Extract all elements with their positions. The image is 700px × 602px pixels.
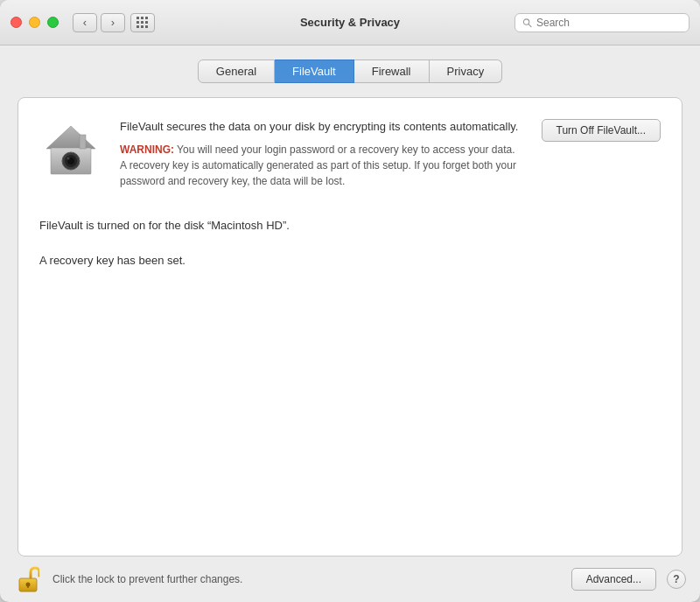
search-icon: [522, 18, 532, 28]
tab-general[interactable]: General: [198, 60, 275, 83]
tab-firewall[interactable]: Firewall: [354, 60, 430, 83]
tabs-bar: General FileVault Firewall Privacy: [18, 60, 682, 83]
forward-icon: ›: [111, 16, 115, 29]
svg-point-7: [67, 158, 70, 160]
minimize-button[interactable]: [29, 17, 40, 28]
maximize-button[interactable]: [47, 17, 59, 28]
back-button[interactable]: ‹: [73, 13, 97, 32]
search-box[interactable]: [514, 13, 690, 32]
lock-message: Click the lock to prevent further change…: [52, 573, 561, 585]
tab-filevault[interactable]: FileVault: [275, 60, 354, 83]
lock-icon: [17, 565, 39, 593]
bottombar: Click the lock to prevent further change…: [0, 556, 700, 602]
grid-icon: [136, 17, 149, 29]
grid-button[interactable]: [130, 13, 155, 32]
warning-body: You will need your login password or a r…: [120, 144, 516, 187]
content-area: General FileVault Firewall Privacy: [0, 46, 700, 556]
advanced-button[interactable]: Advanced...: [571, 568, 656, 591]
filevault-icon: [39, 119, 102, 182]
lock-button[interactable]: [14, 564, 42, 595]
main-window: ‹ › Security & Privacy General: [0, 0, 700, 602]
svg-point-0: [523, 18, 528, 24]
help-button[interactable]: ?: [667, 570, 686, 589]
back-icon: ‹: [83, 16, 87, 29]
top-section: FileVault secures the data on your disk …: [39, 119, 661, 189]
search-input[interactable]: [536, 17, 682, 29]
titlebar: ‹ › Security & Privacy: [0, 0, 700, 46]
traffic-lights: [10, 17, 59, 28]
recovery-key-text: A recovery key has been set.: [39, 252, 661, 270]
filevault-status-text: FileVault is turned on for the disk “Mac…: [39, 217, 661, 234]
description-text: FileVault secures the data on your disk …: [120, 119, 524, 135]
close-button[interactable]: [10, 17, 22, 28]
svg-marker-2: [46, 126, 95, 149]
nav-buttons: ‹ ›: [73, 13, 125, 32]
forward-button[interactable]: ›: [101, 13, 125, 32]
svg-rect-8: [80, 135, 86, 149]
svg-rect-11: [27, 584, 29, 588]
warning-text: WARNING: You will need your login passwo…: [120, 142, 524, 189]
warning-label: WARNING:: [120, 144, 174, 156]
turn-off-button[interactable]: Turn Off FileVault...: [542, 119, 661, 142]
filevault-panel: FileVault secures the data on your disk …: [18, 97, 682, 556]
window-title: Security & Privacy: [300, 16, 400, 29]
svg-line-1: [528, 24, 531, 26]
tab-privacy[interactable]: Privacy: [430, 60, 503, 83]
description-area: FileVault secures the data on your disk …: [120, 119, 524, 189]
